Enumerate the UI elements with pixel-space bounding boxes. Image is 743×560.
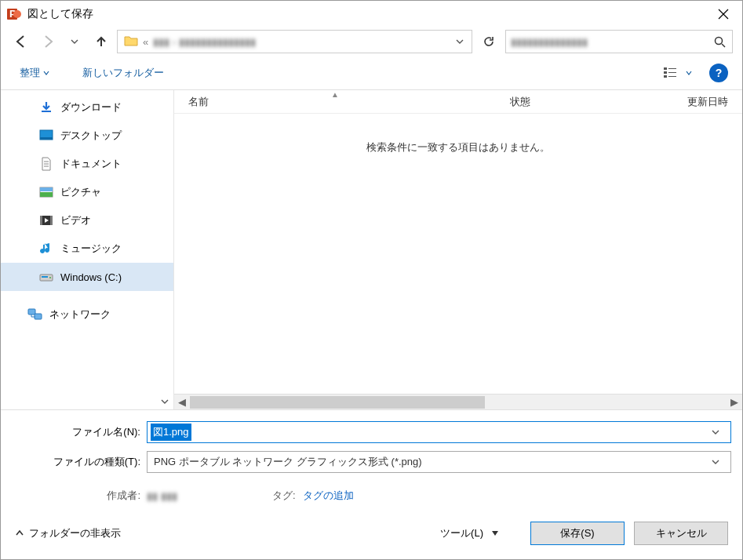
new-folder-button[interactable]: 新しいフォルダー bbox=[78, 63, 169, 83]
organize-button[interactable]: 整理 bbox=[15, 63, 54, 83]
save-as-dialog: P 図として保存 « ▮▮▮ › ▮▮▮▮▮▮▮▮▮▮▮▮▮▮ bbox=[0, 0, 743, 560]
chevron-down-icon bbox=[491, 529, 499, 537]
author-value: ▮▮ ▮▮▮ bbox=[147, 490, 225, 502]
sidebar-item-pictures[interactable]: ピクチャ bbox=[1, 178, 173, 206]
scroll-right-arrow[interactable]: ▶ bbox=[727, 396, 742, 408]
refresh-button[interactable] bbox=[477, 30, 501, 53]
add-tag-link[interactable]: タグの追加 bbox=[303, 489, 354, 501]
sidebar-item-network[interactable]: ネットワーク bbox=[1, 300, 173, 329]
chevron-up-icon bbox=[15, 529, 24, 538]
sidebar-item-music[interactable]: ミュージック bbox=[1, 235, 173, 263]
filetype-select[interactable]: PNG ポータブル ネットワーク グラフィックス形式 (*.png) bbox=[147, 451, 731, 473]
up-button[interactable] bbox=[90, 31, 112, 53]
sidebar-item-label: ネットワーク bbox=[49, 307, 111, 322]
filename-value: 図1.png bbox=[151, 424, 191, 441]
file-list-area: ▲ 名前 状態 更新日時 検索条件に一致する項目はありません。 ◀ ▶ bbox=[173, 90, 742, 409]
powerpoint-icon: P bbox=[7, 7, 21, 21]
view-options-button[interactable] bbox=[657, 64, 698, 82]
svg-rect-13 bbox=[40, 192, 53, 197]
search-icon[interactable] bbox=[712, 36, 727, 48]
svg-rect-4 bbox=[664, 67, 667, 70]
scroll-track[interactable] bbox=[190, 396, 727, 409]
close-button[interactable] bbox=[705, 1, 742, 27]
sidebar-item-downloads[interactable]: ダウンロード bbox=[1, 93, 173, 122]
svg-rect-6 bbox=[664, 71, 667, 74]
hide-folders-button[interactable]: フォルダーの非表示 bbox=[15, 526, 121, 540]
column-header-date[interactable]: 更新日時 bbox=[590, 95, 742, 109]
navigation-row: « ▮▮▮ › ▮▮▮▮▮▮▮▮▮▮▮▮▮▮ ▮▮▮▮▮▮▮▮▮▮▮▮▮▮ bbox=[1, 27, 742, 56]
chevron-down-icon bbox=[43, 70, 49, 76]
forward-button[interactable] bbox=[37, 31, 59, 53]
svg-point-2 bbox=[13, 10, 21, 18]
sidebar-item-drive-c[interactable]: Windows (C:) bbox=[1, 263, 173, 291]
filename-history-dropdown[interactable] bbox=[712, 428, 730, 436]
column-headers: ▲ 名前 状態 更新日時 bbox=[174, 90, 742, 114]
organize-label: 整理 bbox=[20, 66, 40, 80]
scroll-left-arrow[interactable]: ◀ bbox=[174, 396, 190, 408]
svg-rect-18 bbox=[50, 216, 53, 225]
save-button[interactable]: 保存(S) bbox=[530, 522, 625, 545]
sidebar-item-label: デスクトップ bbox=[60, 129, 122, 143]
address-path: ▮▮▮ › ▮▮▮▮▮▮▮▮▮▮▮▮▮▮ bbox=[148, 36, 451, 48]
svg-rect-9 bbox=[668, 76, 676, 77]
sidebar: ダウンロード デスクトップ ドキュメント ピクチャ ビデオ bbox=[1, 90, 173, 409]
sidebar-item-videos[interactable]: ビデオ bbox=[1, 206, 173, 235]
address-bar[interactable]: « ▮▮▮ › ▮▮▮▮▮▮▮▮▮▮▮▮▮▮ bbox=[117, 30, 472, 53]
sidebar-item-label: ミュージック bbox=[60, 242, 122, 256]
author-label: 作成者: bbox=[12, 489, 147, 503]
sidebar-item-documents[interactable]: ドキュメント bbox=[1, 150, 173, 178]
svg-rect-23 bbox=[35, 314, 42, 319]
main-area: ダウンロード デスクトップ ドキュメント ピクチャ ビデオ bbox=[1, 90, 742, 409]
search-box[interactable]: ▮▮▮▮▮▮▮▮▮▮▮▮▮▮ bbox=[505, 30, 733, 53]
tools-label: ツール(L) bbox=[440, 526, 483, 540]
recent-dropdown[interactable] bbox=[64, 31, 86, 53]
music-icon bbox=[38, 241, 54, 256]
dialog-title: 図として保存 bbox=[27, 7, 705, 21]
svg-rect-17 bbox=[40, 216, 42, 225]
filename-row: ファイル名(N): 図1.png bbox=[12, 421, 731, 443]
svg-rect-15 bbox=[40, 187, 53, 191]
footer: フォルダーの非表示 ツール(L) 保存(S) キャンセル bbox=[1, 511, 742, 559]
chevron-down-icon bbox=[686, 70, 692, 76]
list-view-icon bbox=[664, 67, 679, 79]
toolbar: 整理 新しいフォルダー ? bbox=[1, 56, 742, 90]
svg-rect-11 bbox=[40, 137, 53, 140]
folder-tree: ダウンロード デスクトップ ドキュメント ピクチャ ビデオ bbox=[1, 90, 173, 394]
sort-indicator-icon: ▲ bbox=[331, 90, 339, 99]
desktop-icon bbox=[38, 128, 54, 144]
bottom-panel: ファイル名(N): 図1.png ファイルの種類(T): PNG ポータブル ネ… bbox=[1, 409, 742, 511]
svg-rect-22 bbox=[28, 309, 35, 315]
svg-rect-20 bbox=[42, 276, 48, 278]
new-folder-label: 新しいフォルダー bbox=[82, 66, 164, 80]
document-icon bbox=[38, 156, 54, 172]
tools-button[interactable]: ツール(L) bbox=[434, 523, 505, 544]
horizontal-scrollbar[interactable]: ◀ ▶ bbox=[174, 394, 742, 409]
svg-point-3 bbox=[715, 37, 722, 44]
scroll-thumb[interactable] bbox=[190, 396, 485, 409]
svg-rect-7 bbox=[668, 72, 676, 73]
column-header-state[interactable]: 状態 bbox=[496, 95, 590, 109]
save-label: 保存(S) bbox=[560, 526, 594, 540]
filetype-row: ファイルの種類(T): PNG ポータブル ネットワーク グラフィックス形式 (… bbox=[12, 451, 731, 473]
filename-input[interactable]: 図1.png bbox=[147, 421, 731, 443]
search-placeholder: ▮▮▮▮▮▮▮▮▮▮▮▮▮▮ bbox=[511, 36, 712, 48]
sidebar-item-desktop[interactable]: デスクトップ bbox=[1, 122, 173, 150]
title-bar: P 図として保存 bbox=[1, 1, 742, 27]
filetype-label: ファイルの種類(T): bbox=[12, 455, 147, 469]
sidebar-scroll-down[interactable] bbox=[1, 394, 173, 409]
sidebar-item-label: ピクチャ bbox=[60, 185, 101, 199]
sidebar-item-label: ビデオ bbox=[60, 213, 91, 227]
cancel-button[interactable]: キャンセル bbox=[634, 522, 728, 545]
hide-folders-label: フォルダーの非表示 bbox=[29, 526, 121, 540]
network-icon bbox=[27, 307, 43, 322]
address-dropdown[interactable] bbox=[451, 38, 468, 45]
svg-point-21 bbox=[49, 277, 51, 278]
svg-rect-8 bbox=[664, 75, 667, 78]
drive-icon bbox=[38, 269, 54, 285]
picture-icon bbox=[38, 184, 54, 200]
filetype-dropdown[interactable] bbox=[712, 458, 730, 466]
help-button[interactable]: ? bbox=[709, 64, 728, 82]
sidebar-item-label: ダウンロード bbox=[60, 100, 122, 115]
filename-label: ファイル名(N): bbox=[12, 425, 147, 439]
back-button[interactable] bbox=[10, 31, 32, 53]
